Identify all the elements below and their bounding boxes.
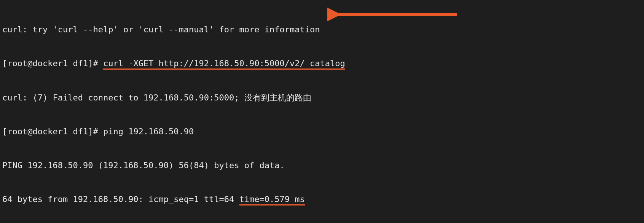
- output-line: PING 192.168.50.90 (192.168.50.90) 56(84…: [2, 160, 642, 171]
- output-line: 64 bytes from 192.168.50.90: icmp_seq=1 …: [2, 194, 642, 205]
- command-curl: curl -XGET http://192.168.50.90:5000/v2/…: [103, 59, 345, 70]
- command-line: [root@docker1 df1]# ping 192.168.50.90: [2, 126, 642, 137]
- shell-prompt: [root@docker1 df1]#: [2, 127, 103, 136]
- terminal-output[interactable]: curl: try 'curl --help' or 'curl --manua…: [0, 0, 644, 223]
- ping-time: time=0.579 ms: [239, 194, 305, 205]
- output-line: curl: (7) Failed connect to 192.168.50.9…: [2, 92, 642, 104]
- shell-prompt: [root@docker1 df1]#: [2, 59, 103, 68]
- output-line: curl: try 'curl --help' or 'curl --manua…: [2, 24, 642, 35]
- output-text: 64 bytes from 192.168.50.90: icmp_seq=1 …: [2, 194, 239, 204]
- command-line: [root@docker1 df1]# curl -XGET http://19…: [2, 58, 642, 69]
- command-ping: ping 192.168.50.90: [103, 127, 194, 136]
